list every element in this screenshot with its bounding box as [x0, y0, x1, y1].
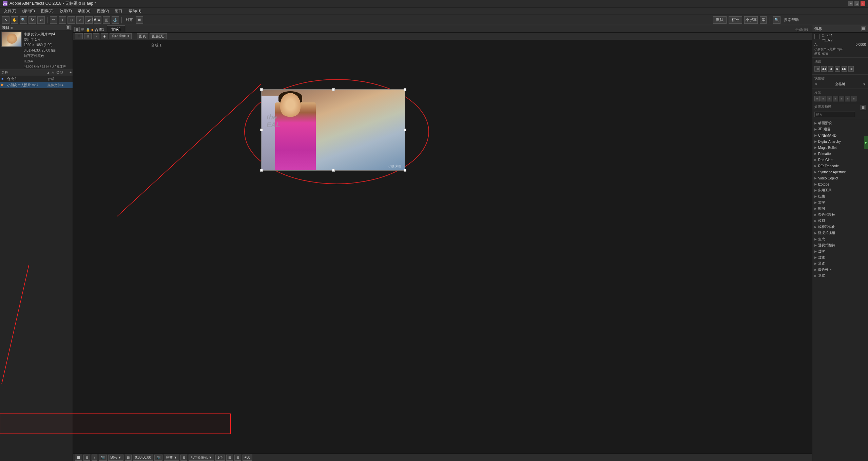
menu-view[interactable]: 视图(V) — [94, 8, 112, 14]
handle-mid-left[interactable] — [260, 129, 263, 131]
effect-group-mask[interactable]: ▶遮罩 — [812, 273, 868, 279]
btn-a[interactable]: 默认 — [713, 16, 727, 24]
color-swatch[interactable] — [814, 34, 820, 39]
effect-group-primatte[interactable]: ▶Primatte — [812, 151, 868, 157]
info-menu-btn[interactable]: ☰ — [861, 26, 866, 31]
tool-zoom[interactable]: 🔍 — [20, 16, 27, 24]
effect-group-simulate[interactable]: ▶模拟 — [812, 218, 868, 224]
tool-shape-ellipse[interactable]: ○ — [76, 16, 84, 24]
vp-zoom[interactable]: 50% ▼ — [108, 455, 123, 461]
handle-bottom-left[interactable] — [260, 169, 263, 172]
menu-help[interactable]: 帮助(H) — [126, 8, 144, 14]
tool-hand[interactable]: ✋ — [11, 16, 18, 24]
pb-prev[interactable]: ◀ — [828, 66, 833, 72]
menu-edit[interactable]: 编辑(E) — [20, 8, 38, 14]
effect-group-presets[interactable]: ▶动画预设 — [812, 120, 868, 126]
effect-group-persp[interactable]: ▶透视式翻转 — [812, 242, 868, 248]
tool-snap[interactable]: ⊞ — [136, 16, 143, 24]
vp-bottom-menu[interactable]: ☰ — [75, 455, 82, 461]
tool-pen[interactable]: ✏ — [50, 16, 57, 24]
window-controls[interactable]: － □ × — [848, 1, 865, 6]
pb-first[interactable]: ⏮ — [814, 66, 820, 72]
search-btn[interactable]: 🔍 — [773, 16, 780, 24]
handle-top-right[interactable] — [404, 88, 406, 91]
vp-bottom-e[interactable]: ⊟ — [125, 455, 132, 461]
effect-group-util[interactable]: ▶实用工具 — [812, 187, 868, 193]
effect-group-color[interactable]: ▶颜色校正 — [812, 267, 868, 273]
vp-camera-icon[interactable]: 📷 — [154, 455, 162, 461]
handle-top-mid[interactable] — [332, 88, 335, 91]
pb-play[interactable]: ▶ — [835, 66, 840, 72]
shortcut-dropdown[interactable]: ▼ — [863, 82, 866, 86]
para-justify-right[interactable]: ≡ — [845, 96, 850, 101]
effects-menu[interactable]: ☰ — [861, 105, 866, 110]
tool-select[interactable]: ↖ — [2, 16, 9, 24]
effect-group-vr[interactable]: ▶沉浸式视频 — [812, 230, 868, 236]
btn-c[interactable]: 小屏幕 — [744, 16, 758, 24]
effect-group-text[interactable]: ▶文字 — [812, 199, 868, 206]
file-item-video[interactable]: ▶ 小朋友个人照片.mp4 媒体文件 ✦ — [0, 82, 73, 88]
handle-mid-right[interactable] — [404, 129, 406, 131]
effect-group-generate[interactable]: ▶生成 — [812, 236, 868, 242]
vp-btn-menu[interactable]: ☰ — [75, 33, 83, 39]
pb-prev-frame[interactable]: ◀◀ — [821, 66, 827, 72]
btn-d[interactable]: 库 — [760, 16, 767, 24]
btn-b[interactable]: 标准 — [729, 16, 742, 24]
comp-tab-main[interactable]: 合成1 — [107, 25, 125, 32]
pb-next[interactable]: ▶▶ — [842, 66, 847, 72]
handle-top-left[interactable] — [260, 88, 263, 91]
file-item-composition[interactable]: ■ 合成 1 合成 — [0, 76, 73, 82]
effect-group-magicbullet[interactable]: ▶Magic Bullet — [812, 145, 868, 151]
vp-frame-count[interactable]: +00 — [243, 455, 252, 461]
vp-bottom-sound[interactable]: ♪ — [92, 455, 97, 461]
minimize-button[interactable]: － — [848, 1, 853, 6]
restore-button[interactable]: □ — [854, 1, 859, 6]
effect-group-transition[interactable]: ▶过渡 — [812, 254, 868, 261]
effect-group-noise[interactable]: ▶杂色和颗粒 — [812, 212, 868, 218]
para-justify-left[interactable]: ≡ — [833, 96, 838, 101]
para-align-left[interactable]: ≡ — [814, 96, 820, 101]
effect-group-blur[interactable]: ▶模糊和锐化 — [812, 224, 868, 230]
pb-last[interactable]: ⏭ — [848, 66, 854, 72]
effect-group-cinema4d[interactable]: ▶CINEMA 4D — [812, 132, 868, 138]
effect-group-time[interactable]: ▶时间 — [812, 206, 868, 212]
handle-bottom-mid[interactable] — [332, 169, 335, 172]
effect-group-redgiant[interactable]: ▶Red Giant — [812, 157, 868, 163]
tool-text[interactable]: T — [59, 16, 66, 24]
para-align-center[interactable]: ≡ — [821, 96, 826, 101]
effects-search[interactable] — [812, 112, 868, 118]
effect-group-digitalanarchy[interactable]: ▶Digital Anarchy — [812, 138, 868, 145]
vp-btn-c[interactable]: 合成 音频1 ≡ — [110, 33, 132, 39]
vp-color-btn[interactable]: ⊟ — [234, 455, 241, 461]
panel-menu-btn[interactable]: ☰ — [74, 27, 80, 32]
effect-group-distort[interactable]: ▶扭曲 — [812, 193, 868, 199]
effect-group-obsolete[interactable]: ▶过时 — [812, 248, 868, 254]
effect-group-syntheticaperture[interactable]: ▶Synthetic Aperture — [812, 169, 868, 175]
right-edge-tab[interactable]: ▶ — [864, 136, 868, 149]
menu-animation[interactable]: 动画(A) — [75, 8, 93, 14]
vp-btn-a[interactable]: ⊟ — [84, 33, 92, 39]
menu-window[interactable]: 窗口 — [112, 8, 125, 14]
menu-file[interactable]: 文件(F) — [1, 8, 19, 14]
vp-render-btn[interactable]: ⊟ — [226, 455, 233, 461]
vp-timecode[interactable]: 0:00:00:00 — [133, 455, 153, 461]
vp-bottom-snapshot[interactable]: 📷 — [99, 455, 107, 461]
menu-image[interactable]: 图像(C) — [38, 8, 56, 14]
project-menu-btn[interactable]: ☰ — [66, 25, 71, 30]
vp-fit[interactable]: 完整 ▼ — [164, 455, 179, 461]
effect-group-videocopilot[interactable]: ▶Video Copilot — [812, 175, 868, 181]
effect-group-3d[interactable]: ▶3D 通道 — [812, 126, 868, 132]
tool-shape-rect[interactable]: □ — [67, 16, 75, 24]
close-button[interactable]: × — [861, 1, 865, 6]
vp-btn-audio[interactable]: ♪ — [93, 33, 99, 39]
tool-eraser[interactable]: ◫ — [103, 16, 110, 24]
effect-group-izotope[interactable]: ▶Izotope — [812, 181, 868, 187]
vp-camera[interactable]: 活动摄像机 ▼ — [189, 455, 214, 461]
vp-btn-graph[interactable]: 图表 — [137, 33, 148, 39]
vp-btn-b[interactable]: ◈ — [101, 33, 108, 39]
tool-puppet[interactable]: ⚓ — [112, 16, 119, 24]
tool-camera[interactable]: ⊕ — [37, 16, 45, 24]
vp-bottom-graph[interactable]: ⊟ — [83, 455, 90, 461]
para-align-right[interactable]: ≡ — [827, 96, 832, 101]
para-justify-all[interactable]: ≡ — [851, 96, 856, 101]
